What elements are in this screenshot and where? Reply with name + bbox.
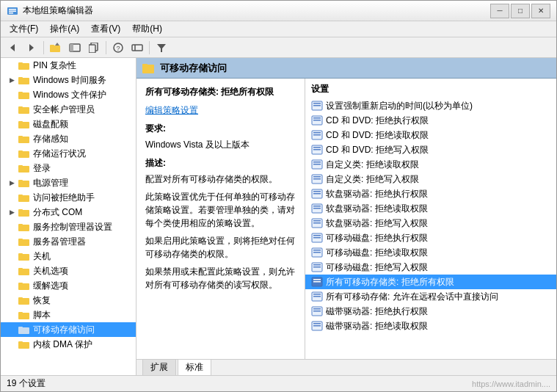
settings-item-selected[interactable]: 所有可移动存储类: 拒绝所有权限 (305, 275, 556, 289)
tree-item-wintime[interactable]: ▶ Windows 时间服务 (1, 73, 136, 87)
settings-item-label: 磁带驱动器: 拒绝执行权限 (326, 305, 428, 318)
tree-item-login[interactable]: 登录 (1, 161, 136, 175)
settings-item[interactable]: 软盘驱动器: 拒绝写入权限 (305, 216, 556, 231)
svg-rect-79 (313, 191, 321, 192)
description-text2: 此策略设置优先于任何单独的可移动存储策略设置。若要管理单独的类，请对每个类使用相… (145, 190, 296, 230)
svg-rect-77 (313, 178, 321, 180)
settings-item[interactable]: 可移动磁盘: 拒绝写入权限 (305, 260, 556, 275)
menu-help[interactable]: 帮助(H) (126, 21, 168, 37)
settings-item-icon (311, 305, 323, 317)
back-icon (7, 43, 18, 53)
settings-item-label: 磁带驱动器: 拒绝读取权限 (326, 320, 428, 333)
tree-item-winfile[interactable]: Windows 文件保护 (1, 87, 136, 102)
settings-item[interactable]: 磁带驱动器: 拒绝读取权限 (305, 319, 556, 333)
settings-item-icon (311, 144, 323, 156)
minimize-button[interactable]: ─ (490, 4, 509, 18)
svg-rect-33 (18, 165, 23, 167)
tree-label: 脚本 (33, 309, 51, 322)
settings-item[interactable]: 可移动磁盘: 拒绝读取权限 (305, 245, 556, 260)
folder-up-button[interactable] (47, 40, 65, 56)
forward-button[interactable] (23, 40, 40, 56)
tree-label: 安全帐户管理员 (33, 104, 95, 116)
tree-item-scripts[interactable]: 脚本 (1, 308, 136, 322)
folder-icon (18, 133, 30, 145)
menu-view[interactable]: 查看(V) (85, 21, 126, 37)
forward-icon (26, 43, 37, 53)
settings-item[interactable]: 设置强制重新启动的时间(以秒为单位) (305, 98, 556, 113)
svg-rect-94 (313, 264, 321, 266)
svg-rect-107 (313, 325, 321, 327)
settings-item-label: 可移动磁盘: 拒绝写入权限 (326, 261, 428, 274)
tree-item-dcom[interactable]: ▶ 分布式 COM (1, 205, 136, 219)
settings-item[interactable]: CD 和 DVD: 拒绝执行权限 (305, 113, 556, 128)
tree-item-power[interactable]: ▶ 电源管理 (1, 175, 136, 190)
tree-item-scm[interactable]: 服务控制管理器设置 (1, 219, 136, 234)
svg-marker-4 (10, 44, 15, 51)
show-hide-button[interactable] (66, 40, 84, 56)
settings-item[interactable]: 软盘驱动器: 拒绝执行权限 (305, 186, 556, 201)
settings-item[interactable]: 磁带驱动器: 拒绝执行权限 (305, 304, 556, 319)
settings-item-label: 自定义类: 拒绝写入权限 (326, 173, 419, 186)
settings-item[interactable]: CD 和 DVD: 拒绝写入权限 (305, 142, 556, 157)
menu-file[interactable]: 文件(F) (4, 21, 44, 37)
settings-item-label: CD 和 DVD: 拒绝读取权限 (326, 129, 429, 142)
svg-rect-68 (313, 134, 321, 136)
tree-item-pin[interactable]: PIN 复杂性 (1, 58, 136, 73)
settings-item[interactable]: 自定义类: 拒绝读取权限 (305, 157, 556, 172)
tree-item-shutdown-options[interactable]: 关机选项 (1, 264, 136, 278)
tree-label: 关机 (33, 250, 51, 263)
settings-item[interactable]: 所有可移动存储: 允许在远程会话中直接访问 (305, 289, 556, 304)
settings-item[interactable]: 自定义类: 拒绝写入权限 (305, 172, 556, 186)
menu-action[interactable]: 操作(A) (44, 21, 85, 37)
settings-item[interactable]: CD 和 DVD: 拒绝读取权限 (305, 128, 556, 142)
copy-button[interactable] (85, 40, 103, 56)
settings-item-icon (311, 173, 323, 185)
settings-item-icon (311, 261, 323, 273)
tree-item-disk[interactable]: 磁盘配额 (1, 117, 136, 131)
settings-item-icon (311, 188, 323, 200)
title-bar: 本地组策略编辑器 ─ □ ✕ (1, 1, 556, 21)
filter-button[interactable] (153, 40, 170, 56)
svg-rect-104 (313, 311, 321, 312)
svg-rect-85 (313, 220, 321, 222)
edit-policy-link[interactable]: 编辑策略设置 (145, 105, 198, 115)
close-button[interactable]: ✕ (531, 4, 550, 18)
help-button[interactable]: ? (109, 40, 127, 56)
folder-icon (18, 265, 30, 277)
tree-item-dma[interactable]: 内核 DMA 保护 (1, 337, 136, 352)
folder-icon (18, 294, 30, 306)
tree-item-storage-status[interactable]: 存储运行状况 (1, 146, 136, 161)
folder-icon (18, 162, 30, 174)
settings-item-icon (311, 217, 323, 229)
expand-icon (7, 163, 17, 173)
expand-icon (7, 236, 17, 247)
settings-item[interactable]: 可移动磁盘: 拒绝执行权限 (305, 231, 556, 245)
tree-item-servermanager[interactable]: 服务器管理器 (1, 234, 136, 249)
svg-rect-64 (313, 117, 321, 119)
filter-icon (156, 43, 167, 53)
tree-item-access-denied[interactable]: 访问被拒绝助手 (1, 190, 136, 205)
tab-standard[interactable]: 标准 (178, 359, 211, 375)
tree-item-removable-storage[interactable]: 可移动存储访问 (1, 322, 136, 337)
tree-label: 存储感知 (33, 133, 68, 145)
tree-item-mitigate[interactable]: 缓解选项 (1, 278, 136, 293)
tree-label: 可移动存储访问 (33, 324, 95, 336)
properties-button[interactable] (128, 40, 146, 56)
svg-rect-65 (313, 120, 321, 121)
tree-item-storage-sense[interactable]: 存储感知 (1, 131, 136, 146)
tree-item-security[interactable]: 安全帐户管理员 (1, 102, 136, 117)
folder-up-icon (50, 43, 62, 53)
description-text4: 如果禁用或未配置此策略设置，则允许对所有可移动存储类的读写权限。 (145, 265, 296, 291)
svg-rect-51 (18, 297, 23, 300)
settings-item-icon (311, 291, 323, 302)
svg-rect-74 (313, 164, 321, 165)
tree-item-shutdown[interactable]: 关机 (1, 249, 136, 264)
tab-expand[interactable]: 扩展 (142, 359, 176, 375)
settings-item[interactable]: 软盘驱动器: 拒绝读取权限 (305, 201, 556, 216)
tree-item-recovery[interactable]: 恢复 (1, 293, 136, 308)
expand-icon (7, 192, 17, 203)
svg-rect-43 (18, 239, 23, 241)
maximize-button[interactable]: □ (511, 4, 530, 18)
tree-label: 恢复 (33, 294, 51, 307)
back-button[interactable] (4, 40, 21, 56)
